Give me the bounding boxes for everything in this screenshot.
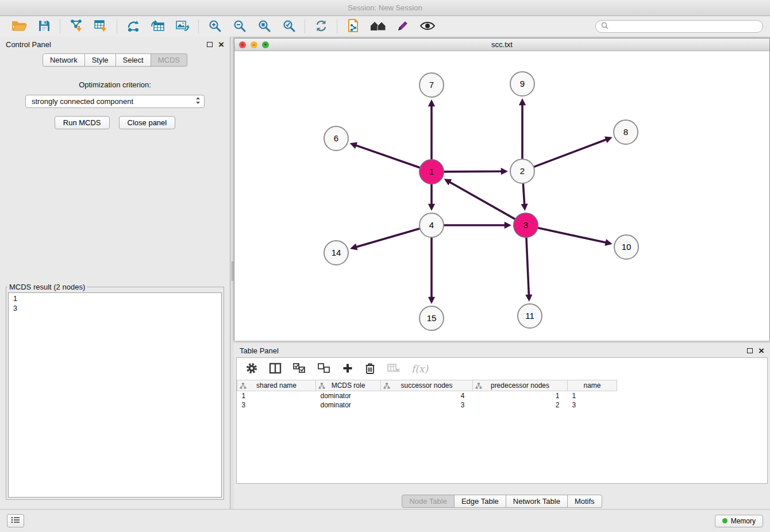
import-network-file-button[interactable] bbox=[64, 18, 88, 35]
network-canvas[interactable]: 7968124314101511 bbox=[234, 52, 769, 341]
document-network-icon bbox=[346, 18, 360, 35]
select-all-columns-button[interactable] bbox=[292, 363, 306, 376]
first-neighbors-button[interactable] bbox=[365, 18, 390, 35]
cell-mcds-role[interactable]: dominator bbox=[316, 400, 381, 410]
close-panel-button-mcds[interactable]: Close panel bbox=[119, 116, 176, 129]
tab-style[interactable]: Style bbox=[85, 53, 116, 67]
column-header-shared-name[interactable]: shared name bbox=[237, 380, 316, 391]
graph-edge-2-8[interactable] bbox=[534, 140, 607, 167]
cell-name[interactable]: 3 bbox=[568, 400, 617, 410]
graph-node-4[interactable]: 4 bbox=[419, 213, 444, 237]
cell-mcds-role[interactable]: dominator bbox=[316, 391, 381, 400]
network-graph[interactable]: 7968124314101511 bbox=[234, 52, 769, 341]
cell-shared-name[interactable]: 1 bbox=[237, 391, 316, 400]
new-table-button[interactable] bbox=[145, 18, 170, 35]
attribute-type-icon bbox=[240, 383, 247, 391]
memory-status-dot bbox=[722, 518, 727, 523]
close-window-button[interactable]: × bbox=[239, 41, 246, 48]
toolbar-separator bbox=[305, 20, 305, 33]
search-box[interactable] bbox=[595, 20, 763, 33]
zoom-in-button[interactable] bbox=[202, 18, 227, 35]
open-folder-icon bbox=[12, 20, 27, 34]
cell-successor-nodes[interactable]: 4 bbox=[381, 391, 473, 400]
mcds-result-list[interactable]: 1 3 bbox=[8, 292, 222, 498]
tab-mcds[interactable]: MCDS bbox=[151, 53, 187, 67]
unchecked-boxes-icon bbox=[317, 363, 331, 376]
table-panel-body: f(x) shared name MCDS role successor nod… bbox=[236, 357, 768, 484]
run-mcds-button[interactable]: Run MCDS bbox=[55, 116, 110, 129]
task-history-button[interactable] bbox=[7, 514, 24, 527]
graph-node-3[interactable]: 3 bbox=[514, 213, 538, 237]
graph-edge-4-14[interactable] bbox=[356, 229, 420, 247]
zoom-selected-button[interactable] bbox=[276, 18, 301, 35]
graph-node-14[interactable]: 14 bbox=[324, 241, 348, 265]
float-panel-button[interactable] bbox=[207, 42, 213, 47]
export-image-button[interactable] bbox=[170, 18, 195, 35]
minimize-window-button[interactable]: − bbox=[251, 41, 257, 48]
annotation-button[interactable] bbox=[390, 18, 415, 35]
column-header-predecessor-nodes[interactable]: predecessor nodes bbox=[473, 380, 568, 391]
tab-network-table[interactable]: Network Table bbox=[506, 495, 568, 508]
delete-column-button[interactable] bbox=[364, 362, 376, 376]
new-network-button[interactable] bbox=[121, 18, 145, 35]
tab-edge-table[interactable]: Edge Table bbox=[455, 495, 506, 508]
close-table-panel-button[interactable]: × bbox=[759, 346, 764, 356]
column-header-successor-nodes[interactable]: successor nodes bbox=[381, 380, 473, 391]
table-delete-icon bbox=[387, 363, 401, 375]
search-input[interactable] bbox=[611, 22, 757, 30]
graph-node-15[interactable]: 15 bbox=[419, 306, 444, 330]
plus-icon bbox=[342, 363, 353, 376]
graph-node-6[interactable]: 6 bbox=[324, 126, 348, 151]
network-window-titlebar: × − + scc.txt bbox=[234, 38, 769, 51]
graph-node-2[interactable]: 2 bbox=[510, 159, 534, 183]
tab-select[interactable]: Select bbox=[116, 53, 151, 67]
memory-button[interactable]: Memory bbox=[715, 515, 763, 527]
graph-edge-1-6[interactable] bbox=[356, 145, 420, 168]
graph-edge-2-3[interactable] bbox=[523, 183, 524, 205]
cell-successor-nodes[interactable]: 3 bbox=[381, 400, 473, 410]
checked-boxes-icon bbox=[292, 363, 306, 376]
graph-edge-3-1[interactable] bbox=[449, 182, 515, 219]
search-icon bbox=[601, 22, 609, 31]
tab-node-table[interactable]: Node Table bbox=[402, 495, 455, 508]
graph-edge-3-10[interactable] bbox=[538, 228, 606, 242]
graph-node-9[interactable]: 9 bbox=[510, 72, 534, 96]
table-settings-button[interactable] bbox=[245, 362, 258, 376]
zoom-out-button[interactable] bbox=[227, 18, 252, 35]
open-session-button[interactable] bbox=[7, 18, 32, 35]
close-panel-button[interactable]: × bbox=[218, 40, 224, 49]
delete-table-button-disabled[interactable] bbox=[387, 363, 401, 375]
create-column-button[interactable] bbox=[342, 363, 353, 376]
save-session-button[interactable] bbox=[32, 18, 56, 35]
tab-network[interactable]: Network bbox=[43, 53, 85, 67]
graph-node-11[interactable]: 11 bbox=[518, 304, 542, 328]
graph-edge-3-11[interactable] bbox=[526, 237, 529, 295]
refresh-view-button[interactable] bbox=[309, 18, 333, 35]
column-header-name[interactable]: name bbox=[568, 380, 617, 391]
graph-edge-1-2[interactable] bbox=[444, 171, 502, 172]
copy-style-button[interactable] bbox=[341, 18, 365, 35]
float-table-panel-button[interactable] bbox=[747, 348, 753, 353]
import-table-file-button[interactable] bbox=[88, 18, 113, 35]
tab-motifs[interactable]: Motifs bbox=[568, 495, 602, 508]
zoom-fit-button[interactable] bbox=[252, 18, 276, 35]
criterion-dropdown[interactable]: strongly connected component bbox=[25, 95, 205, 108]
cell-name[interactable]: 1 bbox=[568, 391, 617, 400]
column-header-mcds-role[interactable]: MCDS role bbox=[316, 380, 381, 391]
cell-shared-name[interactable]: 3 bbox=[237, 400, 316, 410]
svg-text:2: 2 bbox=[520, 166, 525, 176]
zoom-window-button[interactable]: + bbox=[262, 41, 269, 48]
graph-node-8[interactable]: 8 bbox=[614, 120, 638, 144]
table-row[interactable]: 1 dominator 4 1 1 bbox=[237, 391, 617, 400]
cell-predecessor-nodes[interactable]: 1 bbox=[473, 391, 568, 400]
cell-predecessor-nodes[interactable]: 2 bbox=[473, 400, 568, 410]
show-column-button[interactable] bbox=[269, 363, 282, 376]
svg-text:11: 11 bbox=[525, 311, 534, 321]
table-row[interactable]: 3 dominator 3 2 3 bbox=[237, 400, 617, 410]
show-hide-details-button[interactable] bbox=[415, 18, 440, 35]
deselect-all-columns-button[interactable] bbox=[317, 363, 331, 376]
graph-node-1[interactable]: 1 bbox=[419, 160, 444, 184]
graph-node-7[interactable]: 7 bbox=[419, 73, 444, 97]
function-builder-button[interactable]: f(x) bbox=[411, 363, 428, 375]
graph-node-10[interactable]: 10 bbox=[614, 235, 638, 259]
